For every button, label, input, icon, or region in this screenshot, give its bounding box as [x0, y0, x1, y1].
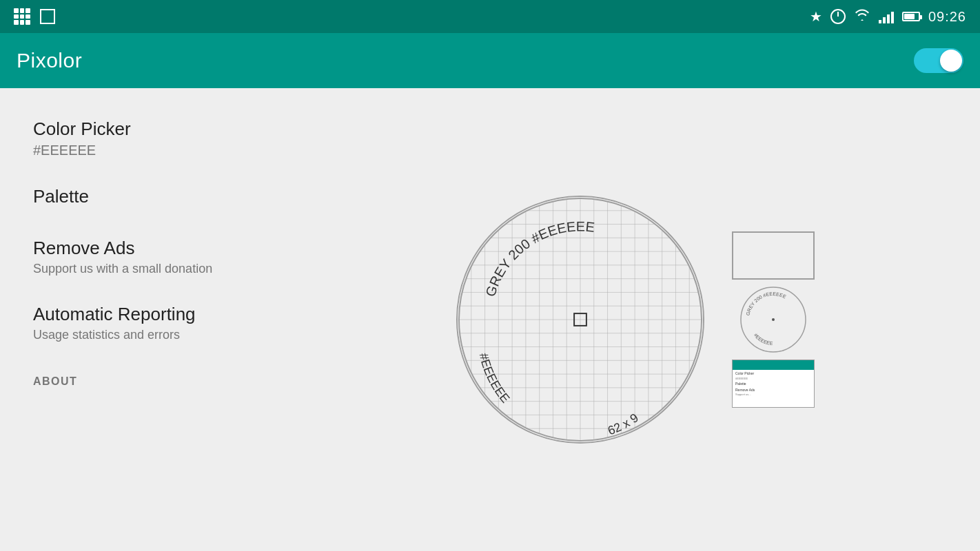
thumbnail-rect[interactable]	[732, 231, 815, 280]
toggle-thumb	[940, 50, 962, 72]
menu-panel: Color Picker #EEEEEE Palette Remove Ads …	[0, 88, 427, 551]
thumbnails: GREY 200 #EEEEEE #EEEEEE Color Picker #E…	[732, 231, 815, 408]
magnifier-circle[interactable]: GREY 200 #EEEEEE #EEEEEE 62 x 9	[456, 196, 704, 444]
thumbnail-circle-container: GREY 200 #EEEEEE #EEEEEE	[739, 285, 808, 354]
remove-ads-subtitle: Support us with a small donation	[33, 262, 394, 276]
color-picker-value: #EEEEEE	[33, 143, 394, 158]
thumbnail-app[interactable]: Color Picker #EEEEEE Palette Remove Ads …	[732, 360, 815, 408]
automatic-reporting-subtitle: Usage statistics and errors	[33, 328, 394, 342]
thumbnail-app-content: Color Picker #EEEEEE Palette Remove Ads …	[733, 370, 814, 398]
wifi-icon	[854, 8, 870, 25]
color-picker-title: Color Picker	[33, 118, 394, 140]
remove-ads-title: Remove Ads	[33, 238, 394, 259]
menu-item-remove-ads[interactable]: Remove Ads Support us with a small donat…	[0, 224, 427, 290]
menu-item-automatic-reporting[interactable]: Automatic Reporting Usage statistics and…	[0, 290, 427, 356]
automatic-reporting-title: Automatic Reporting	[33, 304, 394, 325]
status-icons: ★ 09:26	[810, 8, 966, 25]
status-time: 09:26	[928, 9, 966, 25]
clock-icon	[830, 9, 846, 24]
status-bar: ★ 09:26	[0, 0, 980, 33]
battery-icon	[902, 12, 920, 21]
preview-area: GREY 200 #EEEEEE #EEEEEE 62 x 9	[429, 88, 980, 551]
svg-point-44	[772, 318, 775, 321]
star-icon: ★	[810, 8, 822, 25]
thumbnail-app-bar	[733, 360, 814, 370]
status-bar-left	[14, 8, 55, 25]
app-title: Pixolor	[17, 49, 82, 72]
thumbnail-circle[interactable]: GREY 200 #EEEEEE #EEEEEE	[739, 285, 808, 354]
about-label: ABOUT	[33, 375, 77, 387]
main-content: Color Picker #EEEEEE Palette Remove Ads …	[0, 88, 980, 551]
pixel-grid: GREY 200 #EEEEEE #EEEEEE 62 x 9	[458, 197, 703, 442]
menu-item-palette[interactable]: Palette	[0, 172, 427, 224]
menu-item-color-picker[interactable]: Color Picker #EEEEEE	[0, 105, 427, 172]
signal-icon	[879, 10, 894, 23]
grid-icon	[14, 8, 30, 25]
app-bar: Pixolor	[0, 33, 980, 88]
about-section-header: ABOUT	[0, 356, 427, 393]
square-icon	[40, 9, 55, 24]
service-toggle[interactable]	[914, 48, 963, 73]
palette-title: Palette	[33, 186, 394, 207]
